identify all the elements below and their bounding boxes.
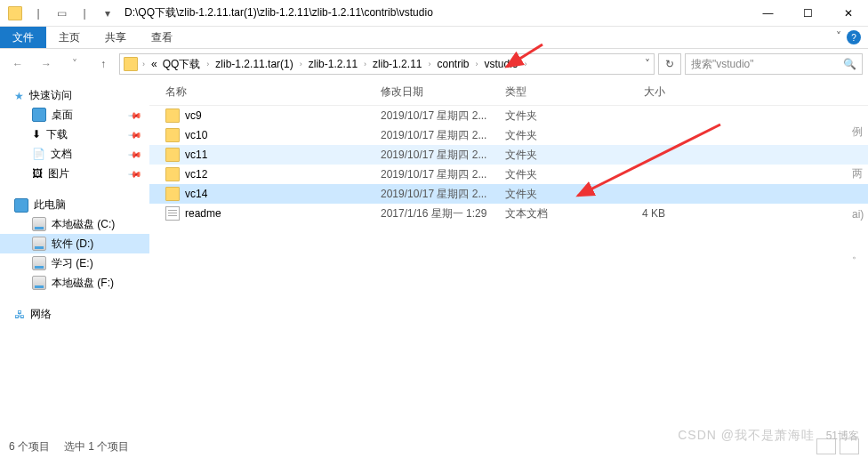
breadcrumb-item[interactable]: zlib-1.2.11 (371, 58, 423, 70)
file-type: 文件夹 (505, 108, 612, 124)
document-icon: 📄 (32, 148, 45, 160)
qat-dropdown-icon[interactable]: ▾ (98, 4, 117, 23)
column-type[interactable]: 类型 (505, 84, 612, 100)
file-list[interactable]: vc92019/10/17 星期四 2...文件夹vc102019/10/17 … (149, 106, 868, 223)
file-type: 文件夹 (505, 128, 612, 143)
chevron-right-icon[interactable]: › (425, 60, 433, 68)
watermark: 51博客 (826, 429, 859, 444)
titlebar: | ▭ | ▾ D:\QQ下载\zlib-1.2.11.tar(1)\zlib-… (0, 0, 868, 27)
sidebar-drive-e[interactable]: 学习 (E:) (0, 253, 149, 273)
breadcrumb-item[interactable]: vstudio (483, 58, 520, 70)
folder-icon[interactable] (5, 4, 25, 23)
chevron-right-icon[interactable]: › (361, 60, 369, 68)
breadcrumb[interactable]: › « QQ下载 › zlib-1.2.11.tar(1) › zlib-1.2… (119, 53, 655, 75)
refresh-button[interactable]: ↻ (658, 53, 681, 75)
file-name: readme (185, 207, 221, 220)
tab-view[interactable]: 查看 (139, 27, 185, 48)
breadcrumb-dropdown[interactable]: ˅ (645, 58, 650, 70)
folder-icon (165, 167, 180, 181)
file-date: 2019/10/17 星期四 2... (381, 108, 505, 124)
search-input[interactable]: 搜索"vstudio" 🔍 (685, 53, 863, 75)
breadcrumb-item[interactable]: contrib (435, 58, 470, 70)
quick-access-toolbar: | ▭ | ▾ (0, 4, 117, 23)
up-button[interactable]: ↑ (91, 53, 116, 75)
sidebar-downloads[interactable]: ⬇下载📌 (0, 125, 149, 144)
file-name: vc9 (185, 109, 202, 122)
back-button[interactable]: ← (5, 53, 30, 75)
column-name[interactable]: 名称 (149, 84, 381, 100)
recent-dropdown[interactable]: ˅ (62, 53, 87, 75)
breadcrumb-item[interactable]: zlib-1.2.11 (307, 58, 359, 70)
main-area: ★快速访问 桌面📌 ⬇下载📌 📄文档📌 🖼图片📌 此电脑 本地磁盘 (C:) 软… (0, 79, 868, 435)
file-row[interactable]: vc102019/10/17 星期四 2...文件夹 (149, 125, 868, 145)
chevron-right-icon[interactable]: › (140, 60, 148, 68)
file-type: 文件夹 (505, 187, 612, 202)
sidebar-drive-c[interactable]: 本地磁盘 (C:) (0, 214, 149, 234)
window-title: D:\QQ下载\zlib-1.2.11.tar(1)\zlib-1.2.11\z… (117, 5, 748, 20)
network-icon: 🖧 (14, 309, 25, 321)
column-headers: 名称 修改日期 类型 大小 (149, 79, 868, 106)
sidebar-desktop[interactable]: 桌面📌 (0, 105, 149, 125)
folder-icon (165, 148, 180, 162)
file-row[interactable]: readme2017/1/16 星期一 1:29文本文档4 KB (149, 204, 868, 223)
tab-share[interactable]: 共享 (92, 27, 139, 48)
sidebar-quick-access[interactable]: ★快速访问 (0, 86, 149, 105)
folder-icon (165, 128, 180, 142)
qat-separator: | (28, 4, 48, 23)
folder-icon (165, 108, 180, 123)
close-button[interactable]: ✕ (828, 0, 868, 27)
chevron-right-icon[interactable]: › (297, 60, 305, 68)
file-row[interactable]: vc112019/10/17 星期四 2...文件夹 (149, 145, 868, 165)
watermark: CSDN @我不是萧海哇 (678, 428, 815, 444)
maximize-button[interactable]: ☐ (788, 0, 828, 27)
file-type: 文件夹 (505, 148, 612, 163)
sidebar-network[interactable]: 🖧网络 (0, 305, 149, 324)
file-row[interactable]: vc92019/10/17 星期四 2...文件夹 (149, 106, 868, 125)
chevron-right-icon[interactable]: › (204, 60, 212, 68)
drive-icon (32, 256, 46, 270)
file-date: 2019/10/17 星期四 2... (381, 167, 505, 182)
minimize-button[interactable]: ― (748, 0, 788, 27)
file-date: 2019/10/17 星期四 2... (381, 187, 505, 202)
drive-icon (32, 217, 46, 231)
file-row[interactable]: vc142019/10/17 星期四 2...文件夹 (149, 184, 868, 204)
help-icon[interactable]: ? (847, 30, 861, 44)
breadcrumb-ellipsis[interactable]: « (149, 58, 159, 70)
qat-separator: | (75, 4, 94, 23)
ribbon: 文件 主页 共享 查看 ˅ ? (0, 27, 868, 49)
pc-icon (14, 198, 28, 213)
sidebar-pictures[interactable]: 🖼图片📌 (0, 164, 149, 183)
desktop-icon (32, 108, 46, 122)
pin-icon: 📌 (128, 147, 142, 161)
file-name: vc10 (185, 129, 207, 141)
folder-icon (124, 57, 138, 71)
properties-icon[interactable]: ▭ (52, 4, 71, 23)
breadcrumb-item[interactable]: zlib-1.2.11.tar(1) (213, 58, 294, 70)
download-icon: ⬇ (32, 128, 41, 141)
file-type: 文本文档 (505, 206, 612, 221)
ribbon-expand-icon[interactable]: ˅ (836, 30, 841, 43)
chevron-right-icon[interactable]: › (473, 60, 481, 68)
forward-button[interactable]: → (34, 53, 59, 75)
tab-file[interactable]: 文件 (0, 27, 46, 48)
file-name: vc11 (185, 149, 207, 161)
sidebar-this-pc[interactable]: 此电脑 (0, 196, 149, 214)
file-name: vc14 (185, 188, 207, 200)
file-date: 2017/1/16 星期一 1:29 (381, 206, 505, 221)
column-size[interactable]: 大小 (612, 84, 683, 100)
sidebar-documents[interactable]: 📄文档📌 (0, 144, 149, 164)
pin-icon: 📌 (128, 166, 142, 181)
sidebar-drive-d[interactable]: 软件 (D:) (0, 234, 149, 253)
chevron-right-icon[interactable]: › (522, 60, 530, 68)
file-row[interactable]: vc122019/10/17 星期四 2...文件夹 (149, 165, 868, 184)
breadcrumb-item[interactable]: QQ下载 (161, 57, 203, 72)
column-date[interactable]: 修改日期 (381, 84, 505, 100)
cropped-edge: 例两ai)。 (852, 125, 868, 289)
folder-icon (165, 187, 180, 201)
navigation-pane[interactable]: ★快速访问 桌面📌 ⬇下载📌 📄文档📌 🖼图片📌 此电脑 本地磁盘 (C:) 软… (0, 79, 149, 435)
search-icon[interactable]: 🔍 (843, 58, 856, 70)
file-name: vc12 (185, 168, 207, 181)
drive-icon (32, 276, 46, 290)
tab-home[interactable]: 主页 (46, 27, 92, 48)
sidebar-drive-f[interactable]: 本地磁盘 (F:) (0, 273, 149, 293)
